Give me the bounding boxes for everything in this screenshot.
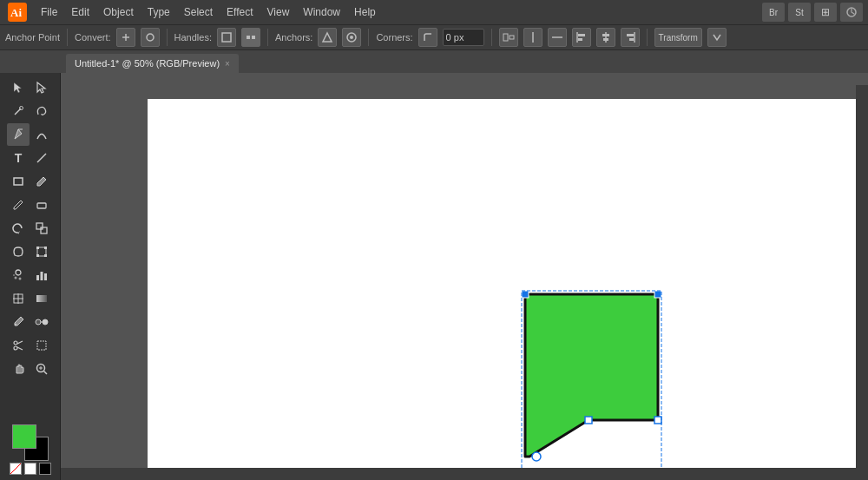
distribute-h[interactable] [548,28,567,47]
artboard-tool[interactable] [30,334,53,357]
warp-tool[interactable] [7,240,30,263]
menu-view[interactable]: View [261,3,296,21]
distribute-v[interactable] [523,28,542,47]
pen-tool[interactable] [7,123,30,146]
mesh-tool[interactable] [7,287,30,310]
svg-point-51 [14,341,17,345]
artboard [148,99,868,472]
line-tool[interactable] [30,147,53,169]
canvas-area[interactable] [61,73,868,480]
shape-tool-row [7,170,53,193]
handles-btn1[interactable] [217,28,236,47]
align-to-selection[interactable] [499,28,518,47]
convert-label: Convert: [75,32,111,43]
anchors-btn2[interactable] [342,28,361,47]
anchor-point-label: Anchor Point [5,32,60,43]
pencil-tool-row [7,194,53,216]
symbol-sprayer-tool[interactable] [7,264,30,286]
svg-point-36 [16,270,21,275]
eyedropper-tool[interactable] [7,311,30,333]
none-swatch[interactable] [10,463,22,475]
pencil-tool[interactable] [7,194,30,216]
handles-label: Handles: [174,32,212,43]
menu-effect[interactable]: Effect [220,3,259,21]
svg-point-47 [15,324,16,325]
align-right[interactable] [621,28,640,47]
foreground-color-swatch[interactable] [12,424,36,449]
scale-tool[interactable] [30,217,53,240]
rotate-tool-row [7,217,53,240]
sep6 [647,29,648,46]
align-center[interactable] [596,28,615,47]
eraser-tool[interactable] [30,194,53,216]
svg-rect-46 [36,295,47,302]
document-tab[interactable]: Untitled-1* @ 50% (RGB/Preview) × [66,54,239,73]
hand-tool[interactable] [7,358,30,380]
horizontal-scrollbar[interactable] [61,468,856,480]
svg-point-52 [14,346,17,350]
svg-rect-33 [44,247,47,249]
transform-options[interactable] [707,28,727,47]
hand-tool-row [7,358,53,380]
menu-help[interactable]: Help [348,3,382,21]
scissors-tool-row [7,334,53,357]
convert-btn2[interactable] [141,28,160,47]
direct-select-tool[interactable] [30,76,53,99]
svg-rect-32 [36,247,39,249]
lasso-tool[interactable] [30,100,53,122]
corners-input[interactable] [443,29,484,46]
sync-button[interactable] [840,3,863,22]
eyedropper-tool-row [7,311,53,333]
menu-edit[interactable]: Edit [65,3,95,21]
svg-rect-30 [41,227,47,233]
svg-point-3 [147,34,154,41]
svg-rect-10 [503,34,508,41]
anchors-btn1[interactable] [318,28,337,47]
wand-tool-row [7,100,53,122]
anchors-label: Anchors: [275,32,312,43]
sep5 [491,29,492,46]
warp-tool-row [7,240,53,263]
white-swatch[interactable] [24,463,36,475]
color-area [10,424,51,480]
svg-line-54 [17,347,23,350]
column-graph-tool[interactable] [30,264,53,286]
convert-btn1[interactable] [116,28,135,47]
align-left[interactable] [572,28,591,47]
menu-window[interactable]: Window [297,3,346,21]
rectangle-tool[interactable] [7,170,30,193]
rotate-tool[interactable] [7,217,30,240]
svg-point-48 [36,319,41,325]
free-transform-tool[interactable] [30,240,53,263]
paintbrush-tool[interactable] [30,170,53,193]
gradient-tool[interactable] [30,287,53,310]
vertical-scrollbar[interactable] [856,85,868,480]
menu-object[interactable]: Object [97,3,140,21]
color-mode-row [10,463,51,475]
menu-select[interactable]: Select [178,3,219,21]
mesh-tool-row [7,287,53,310]
scissors-tool[interactable] [7,334,30,357]
bridge-button[interactable]: Br [762,3,785,22]
tab-bar: Untitled-1* @ 50% (RGB/Preview) × [0,50,868,73]
transform-label[interactable]: Transform [654,28,702,47]
color-swatches [12,424,49,461]
type-tool-row: T [7,147,53,169]
menu-file[interactable]: File [35,3,63,21]
corners-label: Corners: [376,32,412,43]
black-swatch[interactable] [39,463,51,475]
magic-wand-tool[interactable] [7,100,30,122]
curvature-tool[interactable] [30,123,53,146]
handles-btn2[interactable] [241,28,260,47]
type-tool[interactable]: T [7,147,30,169]
select-tool[interactable] [7,76,30,99]
tab-close-button[interactable]: × [225,59,230,69]
svg-rect-34 [36,254,39,257]
arrange-button[interactable]: ⊞ [814,3,837,22]
menu-type[interactable]: Type [141,3,176,21]
svg-rect-55 [37,341,46,350]
blend-tool[interactable] [30,311,53,333]
svg-marker-7 [323,33,332,42]
zoom-tool[interactable] [30,358,53,380]
stock-button[interactable]: St [788,3,811,22]
